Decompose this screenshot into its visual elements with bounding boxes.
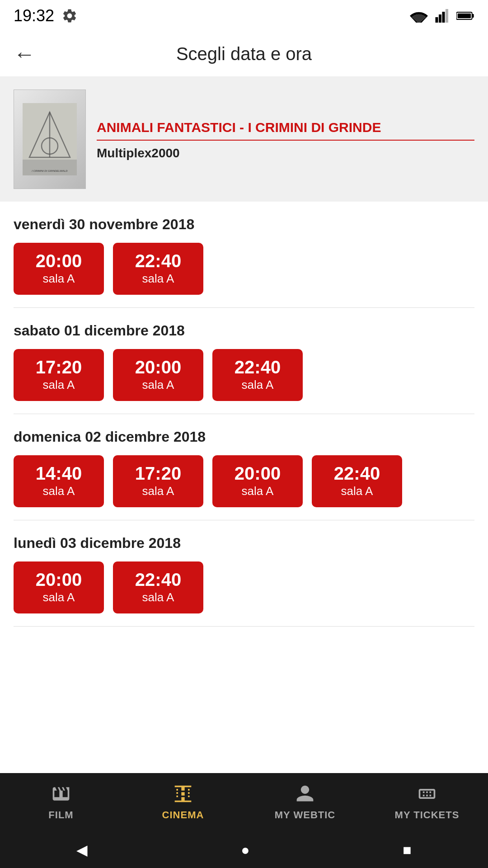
slot-sala: sala A xyxy=(142,484,174,498)
time-slot-2-2[interactable]: 20:00sala A xyxy=(212,455,303,507)
slot-time: 14:40 xyxy=(36,464,82,482)
mywebtic-nav-label: MY WEBTIC xyxy=(275,809,335,821)
day-section: sabato 01 dicembre 201817:20sala A20:00s… xyxy=(14,308,474,414)
svg-rect-6 xyxy=(458,14,471,19)
time-slots: 20:00sala A22:40sala A xyxy=(14,561,474,613)
movie-info: ANIMALI FANTASTICI - I CRIMINI DI GRINDE… xyxy=(97,118,474,160)
time-slots: 20:00sala A22:40sala A xyxy=(14,243,474,295)
movie-cinema: Multiplex2000 xyxy=(97,146,474,160)
mytickets-nav-icon xyxy=(417,784,437,806)
svg-rect-0 xyxy=(436,17,438,23)
status-bar: 19:32 xyxy=(0,0,488,32)
back-button[interactable]: ← xyxy=(14,43,35,65)
home-system-button[interactable]: ● xyxy=(241,842,249,859)
day-label: sabato 01 dicembre 2018 xyxy=(14,322,474,339)
svg-rect-1 xyxy=(439,14,441,23)
movie-poster: I CRIMINI DI GRINDELWALD xyxy=(14,90,86,189)
slot-time: 22:40 xyxy=(135,571,181,589)
cinema-nav-icon xyxy=(173,784,193,806)
mywebtic-nav-icon xyxy=(295,784,315,806)
time-slot-0-0[interactable]: 20:00sala A xyxy=(14,243,104,295)
slot-time: 20:00 xyxy=(36,571,82,589)
wifi-icon xyxy=(410,9,428,23)
slot-sala: sala A xyxy=(43,272,75,286)
time-slot-0-1[interactable]: 22:40sala A xyxy=(113,243,203,295)
nav-item-cinema[interactable]: CINEMA xyxy=(122,784,244,821)
slot-time: 20:00 xyxy=(135,358,181,376)
time-slot-3-0[interactable]: 20:00sala A xyxy=(14,561,104,613)
time-slot-2-0[interactable]: 14:40sala A xyxy=(14,455,104,507)
slot-sala: sala A xyxy=(142,590,174,604)
film-nav-label: FILM xyxy=(48,809,73,821)
system-nav: ◀ ● ■ xyxy=(0,832,488,868)
svg-rect-5 xyxy=(472,14,474,18)
slot-time: 17:20 xyxy=(135,464,181,482)
slot-sala: sala A xyxy=(242,484,274,498)
time-slot-2-3[interactable]: 22:40sala A xyxy=(312,455,402,507)
slot-time: 22:40 xyxy=(334,464,380,482)
day-label: lunedì 03 dicembre 2018 xyxy=(14,535,474,552)
slot-sala: sala A xyxy=(43,378,75,392)
slot-sala: sala A xyxy=(43,484,75,498)
status-time: 19:32 xyxy=(14,6,54,25)
day-section: venerdì 30 novembre 201820:00sala A22:40… xyxy=(14,202,474,308)
slot-sala: sala A xyxy=(142,378,174,392)
schedule: venerdì 30 novembre 201820:00sala A22:40… xyxy=(0,202,488,627)
day-section: domenica 02 dicembre 201814:40sala A17:2… xyxy=(14,414,474,520)
time-slots: 14:40sala A17:20sala A20:00sala A22:40sa… xyxy=(14,455,474,507)
movie-title: ANIMALI FANTASTICI - I CRIMINI DI GRINDE xyxy=(97,118,474,141)
slot-time: 20:00 xyxy=(235,464,281,482)
time-slot-1-0[interactable]: 17:20sala A xyxy=(14,349,104,401)
back-system-button[interactable]: ◀ xyxy=(76,841,88,859)
gear-icon xyxy=(61,8,78,24)
slot-time: 22:40 xyxy=(235,358,281,376)
time-slots: 17:20sala A20:00sala A22:40sala A xyxy=(14,349,474,401)
time-slot-1-2[interactable]: 22:40sala A xyxy=(212,349,303,401)
time-slot-2-1[interactable]: 17:20sala A xyxy=(113,455,203,507)
day-label: domenica 02 dicembre 2018 xyxy=(14,429,474,445)
nav-item-mytickets[interactable]: MY TICKETS xyxy=(366,784,488,821)
time-slot-3-1[interactable]: 22:40sala A xyxy=(113,561,203,613)
day-section: lunedì 03 dicembre 201820:00sala A22:40s… xyxy=(14,520,474,627)
day-label: venerdì 30 novembre 2018 xyxy=(14,216,474,233)
slot-sala: sala A xyxy=(43,590,75,604)
cinema-nav-label: CINEMA xyxy=(162,809,204,821)
svg-rect-11 xyxy=(23,160,77,175)
mytickets-nav-label: MY TICKETS xyxy=(395,809,460,821)
nav-item-mywebtic[interactable]: MY WEBTIC xyxy=(244,784,366,821)
slot-sala: sala A xyxy=(341,484,373,498)
movie-card: I CRIMINI DI GRINDELWALD ANIMALI FANTAST… xyxy=(0,77,488,202)
slot-time: 17:20 xyxy=(36,358,82,376)
slot-sala: sala A xyxy=(242,378,274,392)
svg-text:I CRIMINI DI GRINDELWALD: I CRIMINI DI GRINDELWALD xyxy=(32,170,68,172)
slot-time: 22:40 xyxy=(135,252,181,270)
bottom-nav: FILM CINEMA MY WEBTIC MY TICKETS xyxy=(0,773,488,832)
poster-art: I CRIMINI DI GRINDELWALD xyxy=(23,103,77,175)
top-bar: ← Scegli data e ora xyxy=(0,32,488,77)
film-nav-icon xyxy=(51,784,71,806)
page-title: Scegli data e ora xyxy=(176,44,312,64)
signal-icon xyxy=(434,9,450,23)
time-slot-1-1[interactable]: 20:00sala A xyxy=(113,349,203,401)
slot-time: 20:00 xyxy=(36,252,82,270)
recents-system-button[interactable]: ■ xyxy=(403,842,411,859)
svg-rect-2 xyxy=(442,12,445,23)
nav-item-film[interactable]: FILM xyxy=(0,784,122,821)
battery-icon xyxy=(456,10,474,22)
svg-rect-3 xyxy=(446,9,448,23)
slot-sala: sala A xyxy=(142,272,174,286)
